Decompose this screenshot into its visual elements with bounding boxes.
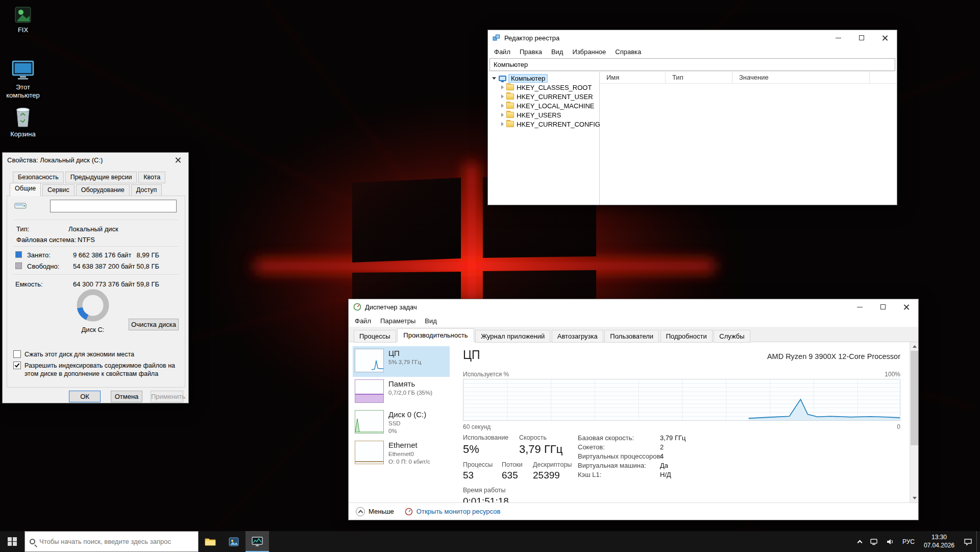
properties-titlebar[interactable]: Свойства: Локальный диск (C:): [3, 153, 188, 167]
tree-node-hkcc[interactable]: HKEY_CURRENT_CONFIG: [488, 119, 599, 129]
chevron-right-icon[interactable]: [501, 104, 504, 108]
close-button[interactable]: [895, 299, 918, 315]
tree-node-label[interactable]: HKEY_CLASSES_ROOT: [517, 84, 592, 91]
tab-details[interactable]: Подробности: [660, 330, 713, 343]
desktop-icon-this-pc[interactable]: Этот компьютер: [0, 60, 46, 99]
desktop-icon-fix[interactable]: FIX: [0, 6, 46, 34]
speaker-icon: [886, 538, 894, 546]
taskmgr-titlebar[interactable]: Диспетчер задач: [349, 299, 918, 315]
maximize-button[interactable]: [850, 30, 873, 45]
tray-overflow-button[interactable]: [854, 531, 866, 552]
minimize-icon: [836, 38, 841, 38]
column-header-name[interactable]: Имя: [600, 72, 666, 83]
regedit-titlebar[interactable]: Редактор реестра: [488, 30, 897, 45]
tab-general[interactable]: Общие: [10, 183, 41, 196]
menu-file[interactable]: Файл: [350, 316, 376, 326]
scrollbar-thumb[interactable]: [911, 351, 918, 445]
tree-node-hkcu[interactable]: HKEY_CURRENT_USER: [488, 92, 599, 101]
scroll-down-button[interactable]: [910, 494, 918, 502]
maximize-button[interactable]: [871, 299, 895, 315]
tab-processes[interactable]: Процессы: [354, 330, 396, 343]
show-desktop-button[interactable]: [976, 531, 980, 552]
chevron-right-icon[interactable]: [501, 94, 504, 99]
cpu-heading: ЦП: [463, 348, 480, 362]
tree-node-hkcr[interactable]: HKEY_CLASSES_ROOT: [488, 83, 599, 92]
tab-previous-versions[interactable]: Предыдущие версии: [65, 172, 137, 183]
menu-options[interactable]: Параметры: [376, 316, 420, 326]
tab-security[interactable]: Безопасность: [13, 172, 64, 183]
tree-node-label[interactable]: HKEY_USERS: [517, 111, 561, 119]
action-center-button[interactable]: [960, 531, 976, 552]
desktop-icon-recycle-bin[interactable]: Корзина: [0, 105, 46, 138]
column-header-type[interactable]: Тип: [666, 72, 732, 83]
close-button[interactable]: [873, 30, 897, 45]
tree-node-label[interactable]: HKEY_LOCAL_MACHINE: [517, 102, 594, 110]
column-header-value[interactable]: Значение: [732, 72, 870, 83]
tab-tools[interactable]: Сервис: [42, 184, 75, 196]
sidebar-item-memory[interactable]: Память 0,7/2,0 ГБ (35%): [353, 377, 450, 407]
minimize-button[interactable]: [826, 30, 850, 45]
fewer-details-button[interactable]: [356, 507, 365, 516]
clock[interactable]: 13:30 07.04.2026: [919, 531, 960, 552]
tab-hardware[interactable]: Оборудование: [76, 184, 130, 196]
tree-node-computer[interactable]: Компьютер: [488, 74, 599, 83]
compress-checkbox-label[interactable]: Сжать этот диск для экономии места: [24, 351, 134, 358]
sidebar-item-name: ЦП: [388, 349, 421, 358]
tree-node-label[interactable]: HKEY_CURRENT_CONFIG: [517, 121, 600, 128]
menu-file[interactable]: Файл: [489, 47, 515, 57]
volume-label-input[interactable]: [50, 200, 177, 212]
tab-sharing[interactable]: Доступ: [131, 184, 162, 196]
tree-node-label[interactable]: Компьютер: [509, 75, 547, 82]
fewer-details-label[interactable]: Меньше: [369, 508, 394, 515]
capacity-gb: 59,8 ГБ: [137, 280, 159, 288]
chevron-right-icon[interactable]: [501, 113, 504, 117]
tree-node-hklm[interactable]: HKEY_LOCAL_MACHINE: [488, 101, 599, 110]
sidebar-item-disk[interactable]: Диск 0 (C:) SSD 0%: [353, 407, 450, 438]
tab-performance[interactable]: Производительность: [397, 328, 474, 342]
menu-help[interactable]: Справка: [610, 47, 646, 57]
compress-checkbox[interactable]: [13, 350, 21, 358]
chevron-right-icon[interactable]: [501, 122, 504, 126]
taskbar-app-photos[interactable]: [222, 531, 246, 552]
disk-cleanup-button[interactable]: Очистка диска: [129, 319, 179, 330]
vertical-scrollbar[interactable]: [910, 342, 918, 502]
ok-button[interactable]: ОК: [69, 391, 101, 402]
taskbar-search-box[interactable]: [24, 531, 199, 552]
tree-node-hku[interactable]: HKEY_USERS: [488, 110, 599, 119]
taskbar-app-explorer[interactable]: [199, 531, 222, 552]
index-checkbox-label[interactable]: Разрешить индексировать содержимое файло…: [24, 362, 179, 378]
menu-favorites[interactable]: Избранное: [568, 47, 610, 57]
speed-value: 3,79 ГГц: [519, 443, 562, 456]
chevron-right-icon[interactable]: [501, 85, 504, 89]
menu-view[interactable]: Вид: [547, 47, 568, 57]
apply-button[interactable]: Применить: [151, 391, 183, 402]
tab-startup[interactable]: Автозагрузка: [552, 330, 603, 343]
network-tray-button[interactable]: [866, 531, 882, 552]
chevron-down-icon[interactable]: [492, 77, 496, 80]
menu-view[interactable]: Вид: [420, 316, 442, 326]
scroll-up-button[interactable]: [910, 342, 918, 351]
performance-sidebar: ЦП 5% 3,79 ГГц Память 0,7/2,0 ГБ (35%): [349, 342, 450, 502]
regedit-address-bar[interactable]: Компьютер: [489, 58, 895, 71]
tree-node-label[interactable]: HKEY_CURRENT_USER: [517, 93, 593, 101]
close-button[interactable]: [168, 153, 188, 167]
tab-users[interactable]: Пользователи: [604, 330, 659, 343]
tab-quota[interactable]: Квота: [138, 172, 165, 183]
cancel-button[interactable]: Отмена: [111, 391, 142, 402]
volume-tray-button[interactable]: [882, 531, 898, 552]
index-checkbox[interactable]: [13, 362, 21, 369]
cpu-usage-graph[interactable]: [463, 379, 900, 421]
search-input[interactable]: [39, 538, 193, 545]
maximize-icon: [880, 304, 886, 309]
open-resource-monitor-link[interactable]: Открыть монитор ресурсов: [416, 508, 500, 515]
taskbar-app-task-manager[interactable]: [246, 531, 269, 552]
minimize-button[interactable]: [848, 299, 871, 315]
tab-services[interactable]: Службы: [714, 330, 750, 343]
menu-edit[interactable]: Правка: [515, 47, 547, 57]
start-button[interactable]: [0, 531, 24, 552]
taskmgr-tabstrip: Процессы Производительность Журнал прило…: [349, 327, 918, 342]
sidebar-item-ethernet[interactable]: Ethernet Ethernet0 О: 0 П: 0 кбит/с: [353, 438, 450, 469]
sidebar-item-cpu[interactable]: ЦП 5% 3,79 ГГц: [353, 346, 450, 377]
language-indicator[interactable]: РУС: [898, 531, 919, 552]
tab-app-history[interactable]: Журнал приложений: [475, 330, 550, 343]
